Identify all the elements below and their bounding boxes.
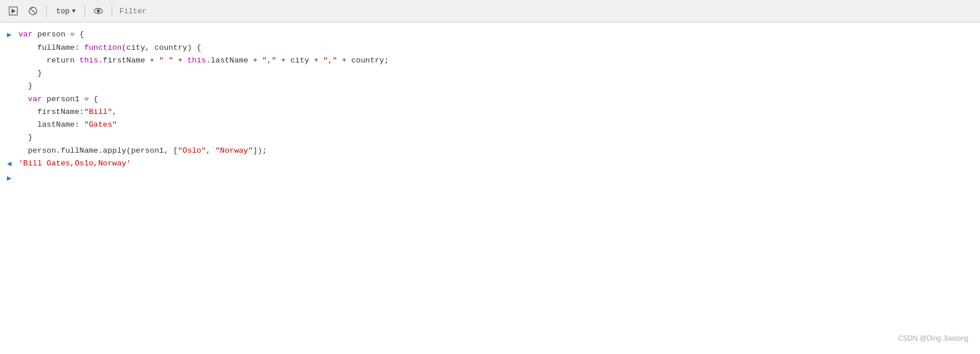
line-content: lastName: "Gates" <box>19 119 980 131</box>
line-prefix <box>0 80 19 81</box>
line-prefix <box>0 106 19 107</box>
console-line: lastName: "Gates" <box>0 119 980 131</box>
toolbar: top ▼ <box>0 0 980 23</box>
input-prefix: ▶ <box>0 172 19 185</box>
console-output-line: ◀ 'Bill Gates,Oslo,Norway' <box>0 157 980 171</box>
line-content: var person = { <box>19 29 980 40</box>
play-button[interactable] <box>5 3 22 19</box>
no-button[interactable] <box>24 3 42 19</box>
eye-icon <box>94 6 103 16</box>
line-content: } <box>19 68 980 79</box>
svg-marker-1 <box>12 9 16 13</box>
line-prefix <box>0 119 19 120</box>
line-prefix <box>0 132 19 132</box>
line-prefix <box>0 55 19 56</box>
line-content: var person1 = { <box>19 94 980 105</box>
console-line: var person1 = { <box>0 93 980 106</box>
line-prefix <box>0 68 19 68</box>
console-line: fullName: function(city, country) { <box>0 42 980 54</box>
output-prefix: ◀ <box>0 158 19 170</box>
line-content: return this.firstName + " " + this.lastN… <box>19 55 980 67</box>
line-prefix: ▶ <box>0 29 19 41</box>
console-line: ▶ var person = { <box>0 28 980 42</box>
line-content: person.fullName.apply(person1, ["Oslo", … <box>19 145 980 157</box>
console-line: return this.firstName + " " + this.lastN… <box>0 54 980 67</box>
play-icon <box>9 6 18 16</box>
line-content: } <box>19 80 980 92</box>
line-prefix <box>0 145 19 146</box>
svg-line-3 <box>30 8 36 14</box>
toolbar-separator-3 <box>112 5 112 17</box>
filter-input[interactable] <box>117 3 975 19</box>
line-content: fullName: function(city, country) { <box>19 42 980 54</box>
top-label: top <box>56 7 69 16</box>
svg-point-5 <box>97 10 100 12</box>
console-line: } <box>0 131 980 144</box>
watermark: CSDN @Ding Jiaxiong <box>898 334 968 342</box>
chevron-down-icon: ▼ <box>72 8 75 14</box>
top-context-selector[interactable]: top ▼ <box>51 6 80 17</box>
toolbar-separator-1 <box>46 5 47 17</box>
console-line: } <box>0 67 980 80</box>
console-area: ▶ var person = { fullName: function(city… <box>0 23 980 354</box>
toolbar-separator-2 <box>84 5 85 17</box>
console-line: person.fullName.apply(person1, ["Oslo", … <box>0 145 980 157</box>
line-prefix <box>0 94 19 94</box>
line-content: firstName:"Bill", <box>19 106 980 118</box>
line-prefix <box>0 42 19 43</box>
input-prompt-line[interactable]: ▶ <box>0 170 980 186</box>
no-icon <box>28 6 38 16</box>
eye-button[interactable] <box>90 3 107 19</box>
console-line: firstName:"Bill", <box>0 106 980 119</box>
output-content: 'Bill Gates,Oslo,Norway' <box>19 158 980 169</box>
console-input[interactable] <box>19 174 366 182</box>
line-content: } <box>19 132 980 143</box>
console-line: } <box>0 80 980 93</box>
